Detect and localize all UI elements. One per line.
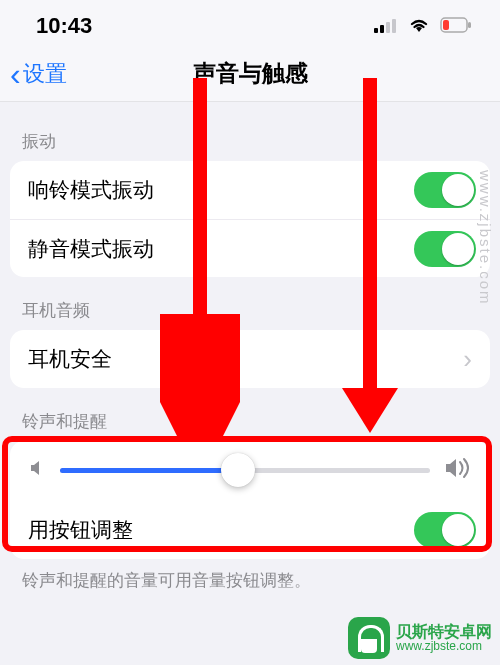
speaker-high-icon [444, 457, 472, 483]
row-volume-slider [10, 441, 490, 501]
group-vibration: 响铃模式振动 静音模式振动 [10, 161, 490, 277]
svg-rect-5 [443, 20, 449, 30]
group-ringer: 用按钮调整 [10, 441, 490, 559]
section-header-vibration: 振动 [0, 108, 500, 161]
group-headphone: 耳机安全 › [10, 330, 490, 388]
status-bar: 10:43 [0, 0, 500, 46]
battery-icon [440, 13, 472, 39]
wifi-icon [408, 13, 430, 39]
content: 振动 响铃模式振动 静音模式振动 耳机音频 耳机安全 › 铃声和提醒 [0, 102, 500, 592]
volume-slider[interactable] [60, 468, 430, 473]
row-silent-vibrate[interactable]: 静音模式振动 [10, 219, 490, 277]
slider-fill [60, 468, 238, 473]
slider-thumb[interactable] [221, 453, 255, 487]
section-header-ringer: 铃声和提醒 [0, 388, 500, 441]
brand-badge: 贝斯特安卓网 www.zjbste.com [348, 617, 492, 659]
footer-text: 铃声和提醒的音量可用音量按钮调整。 [0, 559, 500, 592]
page-title: 声音与触感 [193, 58, 308, 89]
chevron-left-icon: ‹ [10, 58, 21, 90]
row-headphone-safety[interactable]: 耳机安全 › [10, 330, 490, 388]
toggle-ring-vibrate[interactable] [414, 172, 476, 208]
back-label: 设置 [23, 59, 67, 89]
svg-rect-2 [386, 22, 390, 33]
row-label: 静音模式振动 [28, 235, 154, 263]
svg-rect-6 [468, 22, 471, 28]
nav-bar: ‹ 设置 声音与触感 [0, 46, 500, 102]
svg-rect-3 [392, 19, 396, 33]
row-label: 响铃模式振动 [28, 176, 154, 204]
row-ring-vibrate[interactable]: 响铃模式振动 [10, 161, 490, 219]
row-button-adjust[interactable]: 用按钮调整 [10, 501, 490, 559]
svg-rect-1 [380, 25, 384, 33]
brand-name: 贝斯特安卓网 [396, 623, 492, 641]
back-button[interactable]: ‹ 设置 [0, 58, 67, 90]
svg-rect-0 [374, 28, 378, 33]
status-time: 10:43 [36, 13, 92, 39]
watermark: www.zjbste.com [477, 170, 494, 306]
brand-url: www.zjbste.com [396, 640, 492, 653]
toggle-button-adjust[interactable] [414, 512, 476, 548]
brand-icon [348, 617, 390, 659]
row-label: 耳机安全 [28, 345, 112, 373]
status-icons [374, 13, 472, 39]
toggle-silent-vibrate[interactable] [414, 231, 476, 267]
row-label: 用按钮调整 [28, 516, 133, 544]
speaker-low-icon [28, 459, 46, 481]
chevron-right-icon: › [463, 344, 472, 375]
section-header-headphone: 耳机音频 [0, 277, 500, 330]
signal-icon [374, 13, 398, 39]
